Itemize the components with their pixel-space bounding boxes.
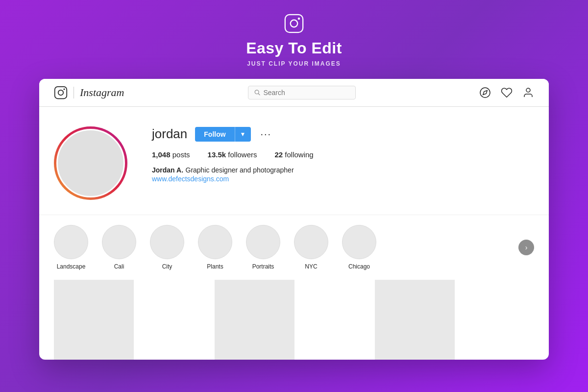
sub-title: JUST CLIP YOUR IMAGES xyxy=(247,60,341,67)
ig-wordmark: Instagram xyxy=(80,86,124,99)
compass-icon[interactable] xyxy=(479,87,491,98)
highlight-label: Plants xyxy=(207,263,223,270)
profile-username: jordan xyxy=(152,126,187,142)
followers-stat: 13.5k followers xyxy=(208,150,257,159)
svg-point-9 xyxy=(526,88,530,92)
followers-count: 13.5k xyxy=(208,150,226,159)
svg-rect-0 xyxy=(285,15,303,32)
bio-description: Graphic designer and photographer xyxy=(186,166,294,174)
follow-btn-group: Follow ▼ xyxy=(195,127,250,142)
svg-line-7 xyxy=(258,94,260,95)
user-icon[interactable] xyxy=(522,87,534,98)
posts-label: posts xyxy=(172,150,190,159)
highlight-label: City xyxy=(162,263,172,270)
profile-section: jordan Follow ▼ ··· 1,048 posts 13.5k fo… xyxy=(39,107,549,215)
highlight-circle xyxy=(246,225,280,259)
bio-name: Jordan A. xyxy=(152,166,183,174)
avatar xyxy=(56,129,125,197)
highlight-item[interactable]: Chicago xyxy=(342,225,376,270)
instagram-logo-icon xyxy=(54,86,68,99)
posts-stat: 1,048 posts xyxy=(152,150,190,159)
profile-info: jordan Follow ▼ ··· 1,048 posts 13.5k fo… xyxy=(152,126,534,183)
ig-logo-area: Instagram xyxy=(54,86,124,99)
svg-point-1 xyxy=(291,20,298,27)
ig-nav-icons xyxy=(479,87,534,98)
search-box[interactable] xyxy=(248,86,356,99)
profile-avatar-wrap xyxy=(54,126,127,200)
highlight-item[interactable]: City xyxy=(150,225,184,270)
post-thumbnail[interactable] xyxy=(215,280,294,360)
highlight-circle xyxy=(198,225,232,259)
heart-icon[interactable] xyxy=(501,87,513,98)
main-title: Easy To Edit xyxy=(246,39,342,57)
follow-button[interactable]: Follow xyxy=(195,127,234,142)
highlight-item[interactable]: Cali xyxy=(102,225,136,270)
browser-card: Instagram xyxy=(39,79,549,360)
highlight-item[interactable]: Portraits xyxy=(246,225,280,270)
posts-count: 1,048 xyxy=(152,150,171,159)
highlight-label: Chicago xyxy=(348,263,370,270)
followers-label: followers xyxy=(228,150,257,159)
svg-point-2 xyxy=(298,18,300,20)
post-thumbnail[interactable] xyxy=(54,280,134,360)
instagram-logo-top xyxy=(284,14,304,33)
following-count: 22 xyxy=(274,150,283,159)
svg-rect-3 xyxy=(55,87,67,99)
highlight-label: Landscape xyxy=(57,263,86,270)
story-highlights: LandscapeCaliCityPlantsPortraitsNYCChica… xyxy=(39,215,549,275)
highlight-item[interactable]: Plants xyxy=(198,225,232,270)
post-thumbnail[interactable] xyxy=(375,280,455,360)
svg-point-8 xyxy=(480,88,490,98)
posts-grid xyxy=(39,275,549,360)
highlight-circle xyxy=(294,225,328,259)
avatar-ring xyxy=(54,126,127,200)
following-stat: 22 following xyxy=(274,150,313,159)
ig-divider xyxy=(74,87,74,98)
highlight-circle xyxy=(102,225,136,259)
search-input[interactable] xyxy=(263,89,349,97)
highlight-label: NYC xyxy=(305,263,317,270)
bio-link[interactable]: www.defectsdesigns.com xyxy=(152,175,229,183)
highlight-circle xyxy=(342,225,376,259)
highlight-item[interactable]: NYC xyxy=(294,225,328,270)
header-section: Easy To Edit JUST CLIP YOUR IMAGES xyxy=(246,0,342,79)
highlight-circle xyxy=(150,225,184,259)
svg-point-5 xyxy=(63,88,65,90)
profile-stats: 1,048 posts 13.5k followers 22 following xyxy=(152,150,534,159)
search-icon xyxy=(254,89,261,96)
highlights-next-button[interactable]: › xyxy=(518,240,534,255)
ig-navbar: Instagram xyxy=(39,79,549,107)
highlight-circle xyxy=(54,225,88,259)
highlight-label: Portraits xyxy=(252,263,274,270)
profile-bio: Jordan A. Graphic designer and photograp… xyxy=(152,166,534,183)
highlight-label: Cali xyxy=(114,263,124,270)
following-label: following xyxy=(285,150,313,159)
svg-point-4 xyxy=(58,90,64,96)
profile-top-row: jordan Follow ▼ ··· xyxy=(152,126,534,142)
follow-dropdown-button[interactable]: ▼ xyxy=(235,127,251,142)
more-options-button[interactable]: ··· xyxy=(259,128,274,140)
highlight-item[interactable]: Landscape xyxy=(54,225,88,270)
